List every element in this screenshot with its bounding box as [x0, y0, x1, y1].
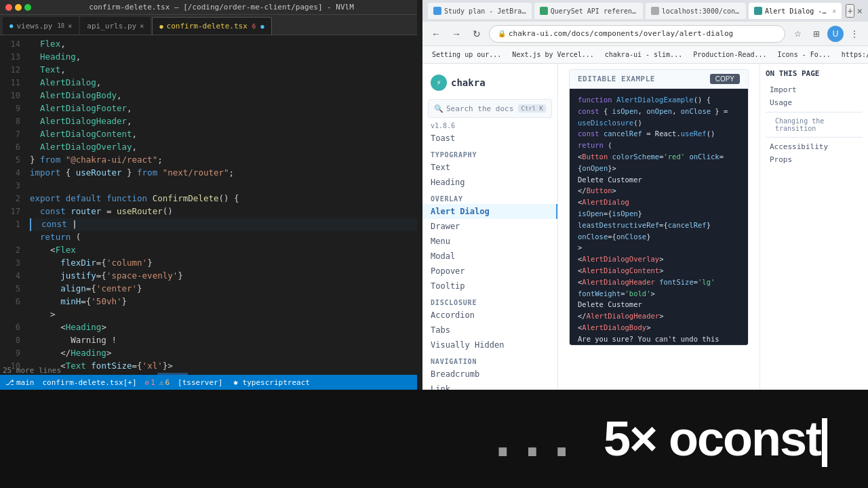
code-line: Delete Customer	[578, 299, 740, 310]
copy-button[interactable]: COPY	[710, 74, 740, 84]
code-area[interactable]: Flex, Heading, Text, AlertDialog, AlertD…	[24, 35, 417, 390]
sidebar-item-heading[interactable]: Heading	[422, 175, 557, 190]
sidebar-item-tabs[interactable]: Tabs	[422, 323, 557, 338]
code-line: >	[578, 242, 740, 253]
toc-item-accessibility[interactable]: Accessibility	[766, 140, 863, 153]
code-line: Delete Customer	[578, 174, 740, 186]
toc-divider	[766, 112, 863, 113]
browser-tab-study[interactable]: Study plan - JetBrains Academy	[428, 3, 532, 19]
formatter: ✱ typescriptreact	[233, 378, 310, 387]
code-line: <AlertDialogOverlay>	[578, 253, 740, 265]
address-text: chakra-ui.com/docs/components/overlay/al…	[509, 29, 733, 38]
sidebar-section-disclosure: DISCLOSURE	[422, 293, 557, 308]
tab-confirm-delete[interactable]: ● confirm-delete.tsx 6 ●	[152, 17, 271, 35]
browser-tab-chakra[interactable]: Alert Dialog - Chakra UI ×	[749, 3, 842, 19]
browser-toolbar: ← → ↻ 🔒 chakra-ui.com/docs/components/ov…	[422, 22, 868, 46]
tab-favicon-chakra	[754, 7, 762, 15]
bookmark-nextjs[interactable]: Next.js by Vercel...	[508, 49, 597, 60]
code-line: <AlertDialogHeader fontSize='lg' fontWei…	[578, 277, 740, 300]
tab-views-py[interactable]: ● views.py 18 ×	[3, 17, 79, 35]
dots-text: ...	[488, 411, 576, 468]
tab-close-icon[interactable]: ×	[832, 7, 836, 15]
title-buttons	[5, 4, 31, 11]
status-file: confirm-delete.tsx[+]	[43, 378, 137, 387]
extensions-button[interactable]: ⊞	[808, 26, 825, 42]
tab-api-urls[interactable]: api_urls.py ×	[80, 17, 151, 35]
new-tab-button[interactable]: +	[846, 4, 854, 18]
code-line: <AlertDialogContent>	[578, 265, 740, 277]
bottom-overlay: ... 5× oconst	[0, 390, 868, 488]
bookmark-plur[interactable]: https://www.plur...	[837, 49, 868, 60]
tab-label: confirm-delete.tsx	[167, 22, 248, 30]
sidebar-item-visually-hidden[interactable]: Visually Hidden	[422, 338, 557, 352]
sidebar-item-modal[interactable]: Modal	[422, 249, 557, 264]
docs-sidebar: ⚡ chakra 🔍 Search the docs Ctrl K v1.8.6…	[422, 64, 558, 390]
tab-close-icon[interactable]: ×	[140, 22, 144, 30]
tab-label: Alert Dialog - Chakra UI	[765, 7, 827, 15]
maximize-button[interactable]	[24, 4, 31, 11]
search-placeholder: Search the docs	[446, 104, 513, 113]
tab-favicon-queryset	[540, 7, 548, 15]
code-preview: function AlertDialogExample() { const { …	[569, 88, 749, 346]
toc-item-import[interactable]: Import	[766, 83, 863, 96]
toc-item-transition[interactable]: Changing the transition	[766, 115, 863, 134]
secure-icon: 🔒	[498, 30, 506, 37]
sidebar-item-toast[interactable]: Toast	[422, 131, 557, 146]
toc-title: ON THIS PAGE	[766, 69, 863, 78]
sidebar-item-text[interactable]: Text	[422, 160, 557, 175]
toc-item-usage[interactable]: Usage	[766, 96, 863, 109]
sidebar-section-navigation: NAVIGATION	[422, 352, 557, 367]
git-branch: ⎇ main	[5, 378, 35, 387]
minimize-button[interactable]	[15, 4, 22, 11]
sidebar-item-drawer[interactable]: Drawer	[422, 219, 557, 234]
sidebar-item-alert-dialog[interactable]: Alert Dialog	[422, 204, 557, 219]
cursor-blink	[822, 418, 827, 467]
browser-close-button[interactable]: ×	[857, 5, 863, 16]
back-button[interactable]: ←	[428, 26, 444, 42]
code-line: Are you sure? You can't undo this action…	[578, 333, 740, 346]
sidebar-item-breadcrumb[interactable]: Breadcrumb	[422, 367, 557, 382]
chakra-brand-text: chakra	[451, 77, 486, 88]
docs-version: v1.8.6	[422, 121, 557, 131]
sidebar-item-link[interactable]: Link	[422, 382, 557, 390]
sidebar-item-tooltip[interactable]: Tooltip	[422, 279, 557, 293]
editor-tabs: ● views.py 18 × api_urls.py × ● confirm-…	[0, 15, 417, 35]
sidebar-section-typography: TYPOGRAPHY	[422, 146, 557, 160]
more-lines: 25 more lines	[3, 366, 61, 375]
browser-panel: Study plan - JetBrains Academy QuerySet …	[422, 0, 868, 390]
code-line: isOpen={isOpen}	[578, 208, 740, 220]
reload-button[interactable]: ↻	[469, 26, 485, 42]
bookmark-button[interactable]: ☆	[789, 26, 806, 42]
code-line: </AlertDialogHeader>	[578, 310, 740, 322]
sidebar-item-popover[interactable]: Popover	[422, 264, 557, 279]
forward-button[interactable]: →	[448, 26, 465, 42]
toc-item-props[interactable]: Props	[766, 153, 863, 166]
code-line: const cancelRef = React.useRef()	[578, 128, 740, 140]
bookmark-icons[interactable]: Icons - Fo...	[774, 49, 835, 60]
browser-tab-queryset[interactable]: QuerySet API reference | Django d...	[534, 3, 643, 19]
docs-content: EDITABLE EXAMPLE COPY function AlertDial…	[558, 64, 760, 390]
bookmark-chakra-slim[interactable]: chakra-ui - slim...	[601, 49, 686, 60]
sidebar-item-menu[interactable]: Menu	[422, 234, 557, 249]
tab-close-icon[interactable]: ×	[68, 22, 72, 30]
search-shortcut: Ctrl K	[518, 104, 546, 113]
code-line: const { isOpen, onOpen, onClose } = useD…	[578, 106, 740, 129]
example-label: EDITABLE EXAMPLE	[578, 75, 655, 83]
chakra-logo[interactable]: ⚡ chakra	[422, 69, 557, 96]
editor-title: confirm-delete.tsx — [/coding/order-me-c…	[89, 3, 354, 12]
browser-tab-localhost[interactable]: localhost:3000/confirm-delete	[646, 3, 746, 19]
browser-titlebar: Study plan - JetBrains Academy QuerySet …	[422, 0, 868, 22]
editor-titlebar: confirm-delete.tsx — [/coding/order-me-c…	[0, 0, 417, 15]
bookmark-setup[interactable]: Setting up our...	[428, 49, 505, 60]
code-line: <AlertDialog	[578, 197, 740, 208]
code-line: <Button colorScheme='red' onClick={onOpe…	[578, 151, 740, 174]
error-count: ⊘1 ⚠6	[145, 378, 170, 387]
sidebar-item-accordion[interactable]: Accordion	[422, 308, 557, 323]
close-button[interactable]	[5, 4, 12, 11]
profile-button[interactable]: U	[827, 26, 844, 42]
bookmark-production[interactable]: Production-Read...	[689, 49, 770, 60]
docs-search[interactable]: 🔍 Search the docs Ctrl K	[428, 99, 552, 118]
bottom-text-content: 5× oconst	[604, 411, 821, 466]
menu-button[interactable]: ⋮	[846, 26, 863, 42]
address-bar[interactable]: 🔒 chakra-ui.com/docs/components/overlay/…	[489, 25, 785, 43]
